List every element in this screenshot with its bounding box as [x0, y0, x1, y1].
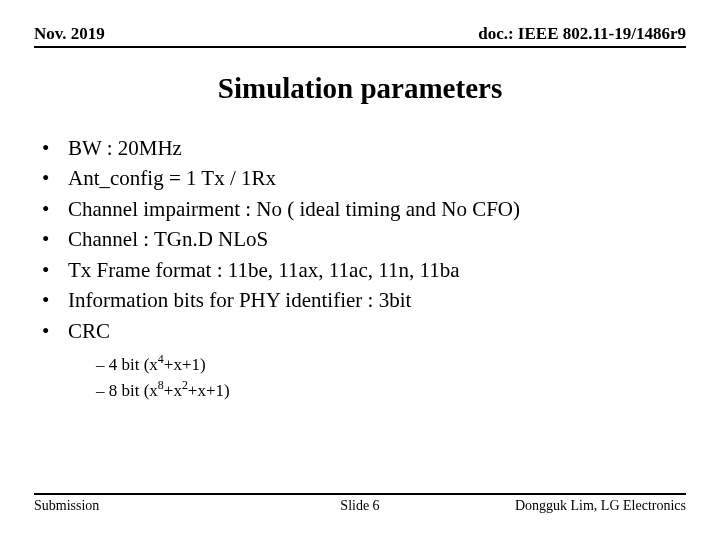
list-item: •CRC	[40, 316, 686, 346]
sub-list-item: 4 bit (x4+x+1)	[96, 352, 686, 378]
footer-divider	[34, 493, 686, 495]
list-item: •Information bits for PHY identifier : 3…	[40, 285, 686, 315]
bullet-text: Information bits for PHY identifier : 3b…	[68, 285, 411, 315]
sub-bullet-list: 4 bit (x4+x+1) 8 bit (x8+x2+x+1)	[34, 352, 686, 403]
bullet-text: Channel : TGn.D NLoS	[68, 224, 268, 254]
page-title: Simulation parameters	[34, 72, 686, 105]
bullet-text: Ant_config = 1 Tx / 1Rx	[68, 163, 276, 193]
list-item: •Tx Frame format : 11be, 11ax, 11ac, 11n…	[40, 255, 686, 285]
list-item: •BW : 20MHz	[40, 133, 686, 163]
sub-list-item: 8 bit (x8+x2+x+1)	[96, 378, 686, 404]
footer: Submission Slide 6 Dongguk Lim, LG Elect…	[34, 493, 686, 514]
header-date: Nov. 2019	[34, 24, 105, 44]
header: Nov. 2019 doc.: IEEE 802.11-19/1486r9	[34, 24, 686, 48]
footer-left: Submission	[34, 498, 251, 514]
footer-author: Dongguk Lim, LG Electronics	[469, 498, 686, 514]
bullet-text: Tx Frame format : 11be, 11ax, 11ac, 11n,…	[68, 255, 460, 285]
list-item: •Channel : TGn.D NLoS	[40, 224, 686, 254]
bullet-text: CRC	[68, 316, 110, 346]
list-item: •Channel impairment : No ( ideal timing …	[40, 194, 686, 224]
list-item: •Ant_config = 1 Tx / 1Rx	[40, 163, 686, 193]
bullet-text: BW : 20MHz	[68, 133, 182, 163]
footer-slide-number: Slide 6	[251, 498, 468, 514]
bullet-text: Channel impairment : No ( ideal timing a…	[68, 194, 520, 224]
bullet-list: •BW : 20MHz •Ant_config = 1 Tx / 1Rx •Ch…	[34, 133, 686, 346]
header-doc: doc.: IEEE 802.11-19/1486r9	[478, 24, 686, 44]
